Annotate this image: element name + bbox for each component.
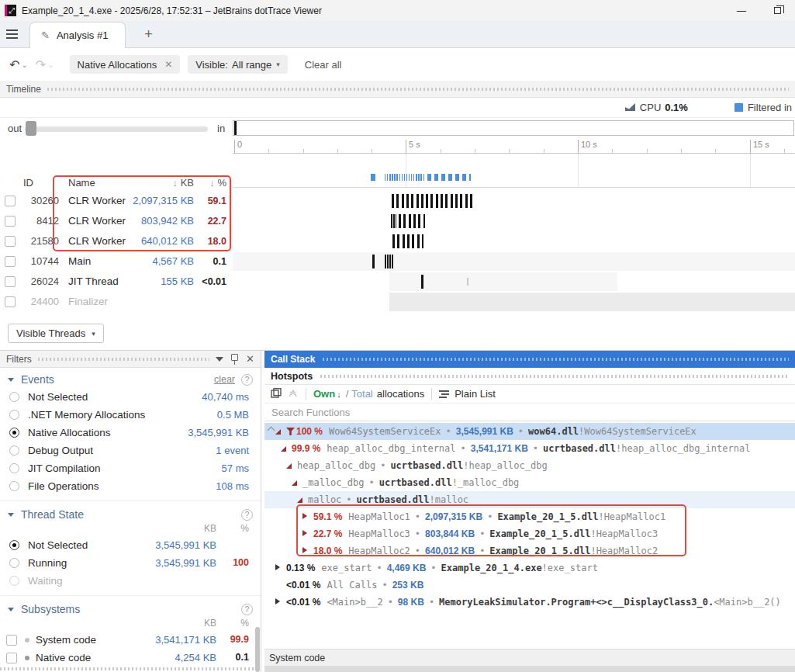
radio-button[interactable] bbox=[9, 428, 19, 438]
thread-state-section-header[interactable]: Thread State ? bbox=[0, 503, 261, 523]
subsystem-checkbox[interactable] bbox=[6, 635, 17, 646]
help-icon[interactable]: ? bbox=[241, 374, 253, 386]
thread-checkbox[interactable] bbox=[5, 216, 16, 227]
panel-menu-icon[interactable] bbox=[216, 357, 223, 362]
visible-range-chip[interactable]: Visible: All range ▾ bbox=[188, 55, 288, 74]
thread-row[interactable]: 24400Finalizer bbox=[0, 292, 233, 312]
thread-activity-track[interactable] bbox=[233, 211, 795, 231]
thread-row[interactable]: 8412CLR Worker803,942 KB22.7 bbox=[0, 211, 233, 231]
callstack-row[interactable]: 100 %Wow64SystemServiceEx•3,545,991 KB•w… bbox=[264, 423, 795, 440]
events-overview-track[interactable] bbox=[233, 154, 795, 188]
thread-activity-track[interactable] bbox=[233, 292, 795, 312]
subsystems-section-header[interactable]: Subsystems ? bbox=[0, 598, 261, 618]
callstack-row[interactable]: heap_alloc_dbg•ucrtbased.dll!heap_alloc_… bbox=[264, 457, 795, 474]
callstack-row[interactable]: 0.13 %exe_start•4,469 KB•Example_20_1_4.… bbox=[264, 559, 795, 577]
plain-list-button[interactable]: Plain List bbox=[439, 388, 496, 400]
undo-button[interactable]: ↶ bbox=[9, 57, 19, 72]
help-icon[interactable]: ? bbox=[241, 509, 253, 521]
radio-button[interactable] bbox=[9, 540, 19, 550]
event-filter-row[interactable]: JIT Compilation57 ms bbox=[0, 459, 261, 477]
native-allocations-filter-chip[interactable]: Native Allocations ✕ bbox=[70, 55, 181, 74]
col-pct[interactable]: ↓ % bbox=[209, 177, 226, 189]
radio-button[interactable] bbox=[9, 576, 19, 586]
event-filter-row[interactable]: Native Allocations3,545,991 KB bbox=[0, 424, 261, 442]
close-icon[interactable]: ✕ bbox=[164, 59, 172, 70]
collapsed-icon[interactable] bbox=[302, 508, 309, 525]
undo-dropdown[interactable]: ⌄ bbox=[21, 61, 27, 69]
resize-handle[interactable] bbox=[0, 667, 256, 670]
event-filter-row[interactable]: File Operations108 ms bbox=[0, 477, 261, 495]
thread-checkbox[interactable] bbox=[5, 236, 16, 247]
thread-activity-track[interactable] bbox=[233, 272, 795, 292]
thread-row[interactable]: 21580CLR Worker640,012 KB18.0 bbox=[0, 231, 233, 251]
close-icon[interactable]: ✕ bbox=[246, 353, 254, 365]
thread-row[interactable]: 30260CLR Worker2,097,315 KB59.1 bbox=[0, 191, 233, 211]
search-functions-input[interactable] bbox=[264, 407, 795, 418]
radio-button[interactable] bbox=[9, 410, 19, 420]
callstack-row[interactable]: _malloc_dbg•ucrtbased.dll!_malloc_dbg bbox=[264, 474, 795, 491]
callstack-row[interactable]: <0.01 %All Calls•253 KB bbox=[264, 577, 795, 594]
collapsed-icon[interactable] bbox=[302, 525, 309, 542]
thread-checkbox[interactable] bbox=[5, 256, 16, 267]
thread-row[interactable]: 26024JIT Thread155 KB<0.01 bbox=[0, 272, 233, 292]
thread-activity-track[interactable] bbox=[233, 191, 795, 211]
callstack-row[interactable]: <0.01 %<Main>b__2•98 KB•MemoryLeakSimula… bbox=[264, 594, 795, 611]
radio-button[interactable] bbox=[9, 392, 19, 402]
thread-activity-track[interactable] bbox=[233, 231, 795, 251]
callstack-row[interactable]: malloc•ucrtbased.dll!malloc bbox=[264, 491, 795, 508]
col-name[interactable]: Name bbox=[68, 177, 95, 189]
own-label[interactable]: Own bbox=[313, 388, 335, 400]
add-tab-button[interactable]: + bbox=[135, 21, 161, 47]
events-section-header[interactable]: Events clear ? bbox=[0, 368, 261, 388]
radio-button[interactable] bbox=[9, 481, 19, 491]
pin-icon[interactable] bbox=[231, 354, 238, 361]
range-left-handle[interactable] bbox=[234, 121, 237, 135]
zoom-slider-track[interactable] bbox=[25, 126, 208, 132]
expanded-icon[interactable] bbox=[297, 491, 304, 508]
callstack-row[interactable]: 59.1 %HeapMalloc1•2,097,315 KB•Example_2… bbox=[264, 508, 795, 525]
radio-button[interactable] bbox=[9, 445, 19, 456]
thread-checkbox[interactable] bbox=[5, 196, 16, 206]
expanded-icon[interactable] bbox=[292, 474, 299, 491]
subsystem-row[interactable]: System code3,541,171 KB99.9 bbox=[0, 631, 261, 649]
col-id[interactable]: ID bbox=[23, 177, 33, 189]
scrollbar-thumb[interactable] bbox=[255, 627, 260, 672]
redo-button[interactable]: ↷ bbox=[36, 57, 46, 72]
visible-range-bar[interactable] bbox=[233, 120, 794, 136]
thread-state-row[interactable]: Not Selected3,545,991 KB bbox=[0, 536, 261, 554]
total-label[interactable]: Total bbox=[351, 388, 372, 400]
radio-button[interactable] bbox=[9, 463, 19, 473]
minimize-button[interactable]: — bbox=[724, 0, 759, 21]
callstack-row[interactable]: 99.9 %heap_alloc_dbg_internal•3,541,171 … bbox=[264, 440, 795, 457]
collapsed-icon[interactable] bbox=[302, 542, 309, 559]
help-icon[interactable]: ? bbox=[241, 604, 253, 615]
callstack-row[interactable]: 22.7 %HeapMalloc3•803,844 KB•Example_20_… bbox=[264, 525, 795, 542]
visible-threads-button[interactable]: Visible Threads ▾ bbox=[8, 324, 104, 343]
restore-button[interactable] bbox=[759, 0, 795, 21]
collapsed-icon[interactable] bbox=[275, 559, 282, 577]
clear-events-link[interactable]: clear bbox=[214, 374, 235, 385]
event-filter-row[interactable]: Debug Output1 event bbox=[0, 442, 261, 459]
thread-row[interactable]: 10744Main4,567 KB0.1 bbox=[0, 251, 233, 272]
clear-all-button[interactable]: Clear all bbox=[305, 59, 342, 71]
callstack-row[interactable]: 18.0 %HeapMalloc2•640,012 KB•Example_20_… bbox=[264, 542, 795, 559]
tab-analysis-1[interactable]: ✎ Analysis #1 bbox=[29, 22, 126, 48]
collapsed-icon[interactable] bbox=[275, 594, 282, 611]
thread-state-row[interactable]: Waiting bbox=[0, 572, 261, 590]
follow-function-button[interactable] bbox=[288, 388, 299, 400]
event-filter-row[interactable]: .NET Memory Allocations0.5 MB bbox=[0, 406, 261, 424]
expanded-icon[interactable] bbox=[286, 457, 293, 474]
col-kb[interactable]: ↓ KB bbox=[173, 177, 194, 189]
main-menu-button[interactable] bbox=[0, 21, 23, 47]
subsystem-checkbox[interactable] bbox=[6, 653, 17, 663]
group-by-button[interactable] bbox=[271, 388, 282, 400]
expanded-icon[interactable] bbox=[281, 440, 288, 457]
thread-state-row[interactable]: Running3,545,991 KB100 bbox=[0, 554, 261, 572]
redo-dropdown[interactable]: ⌄ bbox=[47, 61, 54, 69]
radio-button[interactable] bbox=[9, 558, 19, 568]
own-total-toggle[interactable]: Own↓/Totalallocations bbox=[313, 388, 424, 400]
event-filter-row[interactable]: Not Selected40,740 ms bbox=[0, 388, 261, 406]
thread-checkbox[interactable] bbox=[5, 296, 16, 307]
thread-checkbox[interactable] bbox=[5, 276, 16, 287]
subsystem-row[interactable]: Native code4,254 KB0.1 bbox=[0, 649, 261, 667]
